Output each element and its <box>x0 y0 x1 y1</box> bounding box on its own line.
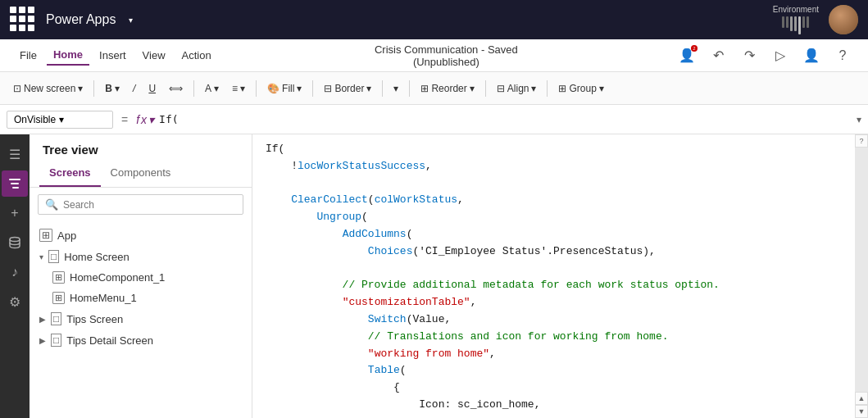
border-chevron: ▾ <box>366 83 371 94</box>
bold-chevron: ▾ <box>115 83 120 94</box>
strikethrough-btn[interactable]: ⟺ <box>164 80 188 97</box>
tree-title: Tree view <box>43 143 98 157</box>
tree-item-tips-screen[interactable]: ▶ □ Tips Screen <box>30 308 252 329</box>
home-screen-chevron-icon: ▾ <box>39 252 43 261</box>
svg-rect-1 <box>11 183 19 184</box>
code-line-8 <box>266 261 842 278</box>
code-editor[interactable]: If( !locWorkStatusSuccess, ClearCollect(… <box>252 134 855 418</box>
svg-point-3 <box>10 238 20 242</box>
environment-label: Environment <box>773 5 819 14</box>
dropdown-btn[interactable]: ▾ <box>389 80 403 97</box>
reorder-btn[interactable]: ⊞ Reorder ▾ <box>416 80 479 97</box>
menu-insert[interactable]: Insert <box>93 46 133 65</box>
tree-item-home-screen[interactable]: ▾ □ Home Screen <box>30 246 252 267</box>
toolbar-sep-6 <box>409 80 410 97</box>
new-screen-icon: ⊡ <box>13 83 21 94</box>
code-line-13: "working from home", <box>266 346 842 363</box>
border-icon: ⊟ <box>324 83 332 94</box>
group-btn[interactable]: ⊞ Group ▾ <box>553 80 608 97</box>
hamburger-icon[interactable]: ☰ <box>2 141 28 167</box>
font-chevron: ▾ <box>214 83 219 94</box>
variables-icon[interactable]: ⚙ <box>2 289 28 315</box>
align-btn[interactable]: ⊟ Align ▾ <box>492 80 542 97</box>
new-screen-btn[interactable]: ⊡ New screen ▾ <box>8 80 88 97</box>
env-bar <box>782 16 809 34</box>
bold-btn[interactable]: B ▾ <box>100 80 125 97</box>
app-grid-icon[interactable] <box>10 7 36 33</box>
user-icon-btn[interactable]: 👤2 <box>675 43 699 68</box>
property-dropdown[interactable]: OnVisible ▾ <box>7 111 113 129</box>
new-screen-chevron: ▾ <box>78 83 83 94</box>
play-btn[interactable]: ▷ <box>768 43 793 68</box>
align-chevron: ▾ <box>531 83 536 94</box>
fill-btn[interactable]: 🎨 Fill ▾ <box>262 80 307 97</box>
toolbar-sep-5 <box>382 80 383 97</box>
brand-chevron-icon[interactable]: ▾ <box>129 16 133 25</box>
scroll-down-icon[interactable]: ▼ <box>855 405 868 418</box>
tree-item-app[interactable]: ⊞ App <box>30 225 252 246</box>
font-btn[interactable]: A ▾ <box>200 80 224 97</box>
code-line-2: !locWorkStatusSuccess, <box>266 158 842 175</box>
group-chevron: ▾ <box>599 83 604 94</box>
formula-input[interactable] <box>159 113 852 125</box>
svg-rect-0 <box>9 179 20 180</box>
property-chevron-icon: ▾ <box>59 114 64 125</box>
tree-search-box[interactable]: 🔍 <box>38 194 243 215</box>
user-profile-btn[interactable]: 👤 <box>799 43 824 68</box>
svg-rect-2 <box>12 187 19 189</box>
align-text-btn[interactable]: ≡ ▾ <box>227 80 250 97</box>
code-line-7: Choices('CI_Employee Status'.PresenceSta… <box>266 243 842 261</box>
home-screen-icon: □ <box>48 250 59 263</box>
code-line-12: // Translations and icon for working fro… <box>266 329 842 346</box>
redo-btn[interactable]: ↷ <box>737 43 761 68</box>
app-icon: ⊞ <box>39 229 52 242</box>
main-content: ☰ + ♪ ⚙ Tree view Screens Components <box>0 134 868 418</box>
user-avatar[interactable] <box>829 5 858 34</box>
menu-icons: 👤2 ↶ ↷ ▷ 👤 ? <box>675 43 855 68</box>
side-icons: ☰ + ♪ ⚙ <box>0 134 30 418</box>
title-bar: Power Apps ▾ Environment <box>0 0 868 39</box>
media-icon[interactable]: ♪ <box>2 259 28 285</box>
fill-icon: 🎨 <box>267 83 279 94</box>
align-icon: ⊟ <box>497 83 505 94</box>
tab-screens[interactable]: Screens <box>39 160 101 187</box>
undo-btn[interactable]: ↶ <box>706 43 730 68</box>
toolbar: ⊡ New screen ▾ B ▾ / U ⟺ A ▾ ≡ ▾ 🎨 Fill … <box>0 72 868 105</box>
tree-body: ⊞ App ▾ □ Home Screen ⊞ HomeComponent_1 … <box>30 221 252 418</box>
code-line-1: If( <box>266 141 842 158</box>
app-title: Crisis Communication - Saved (Unpublishe… <box>372 43 520 68</box>
reorder-chevron: ▾ <box>470 83 475 94</box>
code-line-6: AddColumns( <box>266 226 842 243</box>
border-btn[interactable]: ⊟ Border ▾ <box>319 80 376 97</box>
menu-file[interactable]: File <box>13 46 43 65</box>
search-input[interactable] <box>63 199 236 211</box>
help-icon[interactable]: ? <box>855 134 868 148</box>
property-value: OnVisible <box>14 114 56 125</box>
code-line-3 <box>266 175 842 193</box>
equals-sign: = <box>118 113 131 126</box>
help-btn[interactable]: ? <box>830 43 855 68</box>
tree-tabs: Screens Components <box>30 160 252 188</box>
menu-action[interactable]: Action <box>175 46 218 65</box>
italic-btn[interactable]: / <box>128 80 140 97</box>
reorder-icon: ⊞ <box>420 83 429 94</box>
code-line-14: Table( <box>266 362 842 379</box>
menu-view[interactable]: View <box>136 46 172 65</box>
code-line-15: { <box>266 379 842 397</box>
tree-header: Tree view <box>30 134 252 160</box>
toolbar-sep-8 <box>547 80 548 97</box>
group-icon: ⊞ <box>558 83 566 94</box>
scroll-up-icon[interactable]: ▲ <box>855 392 868 405</box>
tab-components[interactable]: Components <box>101 160 181 187</box>
data-icon[interactable] <box>2 229 28 256</box>
formula-expand-icon[interactable]: ▾ <box>857 114 861 125</box>
menu-home[interactable]: Home <box>47 45 89 66</box>
insert-icon[interactable]: + <box>2 200 28 226</box>
tree-item-home-component[interactable]: ⊞ HomeComponent_1 <box>43 267 252 288</box>
tree-view-icon[interactable] <box>2 170 28 197</box>
tree-item-home-menu[interactable]: ⊞ HomeMenu_1 <box>43 288 252 308</box>
underline-btn[interactable]: U <box>143 80 161 97</box>
tree-item-tips-detail-screen[interactable]: ▶ □ Tips Detail Screen <box>30 329 252 351</box>
code-line-5: Ungroup( <box>266 209 842 226</box>
code-line-16: Icon: sc_icon_home, <box>266 397 842 414</box>
